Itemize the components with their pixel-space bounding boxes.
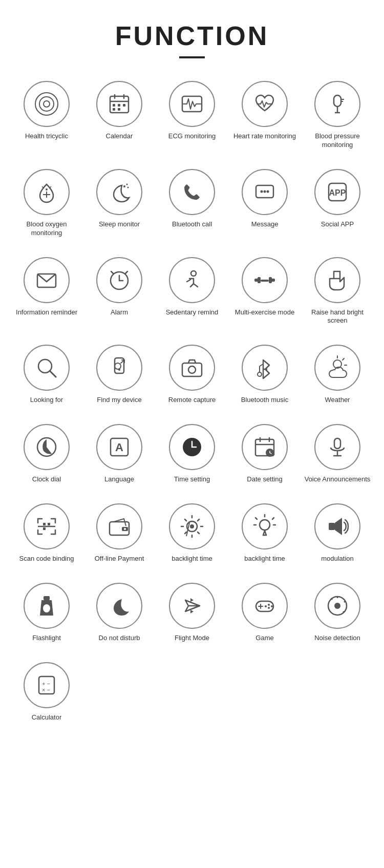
svg-rect-7 bbox=[113, 104, 115, 107]
svg-rect-82 bbox=[43, 527, 46, 530]
feature-label-sedentary: Sedentary remind bbox=[166, 308, 219, 317]
icon-circle-info-reminder bbox=[24, 257, 70, 303]
svg-point-0 bbox=[35, 93, 58, 115]
feature-label-calculator: Calculator bbox=[32, 713, 62, 722]
svg-point-116 bbox=[268, 607, 270, 609]
svg-text:×  −: × − bbox=[42, 687, 50, 693]
svg-line-123 bbox=[344, 601, 345, 602]
icon-circle-noise bbox=[314, 583, 360, 629]
feature-item-social-app: APPSocial APP bbox=[301, 162, 374, 245]
svg-point-122 bbox=[334, 603, 340, 609]
svg-text:+  −: + − bbox=[42, 681, 50, 687]
svg-line-61 bbox=[343, 358, 344, 360]
svg-point-20 bbox=[46, 188, 48, 190]
feature-item-message: Message bbox=[228, 162, 301, 245]
feature-item-language: ALanguage bbox=[83, 417, 156, 491]
svg-point-24 bbox=[126, 183, 128, 185]
feature-item-info-reminder: Information reminder bbox=[10, 250, 83, 333]
icon-circle-backlight1 bbox=[169, 503, 215, 549]
feature-label-multi-exercise: Multi-exercise mode bbox=[235, 308, 294, 317]
feature-item-calculator: + −× −Calculator bbox=[10, 655, 83, 729]
icon-circle-date-setting bbox=[242, 424, 288, 470]
feature-label-flashlight: Flashlight bbox=[32, 634, 61, 643]
icon-circle-multi-exercise bbox=[242, 257, 288, 303]
svg-line-103 bbox=[265, 531, 266, 535]
icon-circle-do-not-disturb bbox=[96, 583, 142, 629]
svg-rect-10 bbox=[113, 108, 115, 111]
feature-label-voice: Voice Announcements bbox=[305, 475, 371, 484]
icon-circle-looking-for bbox=[24, 345, 70, 391]
feature-label-remote-capture: Remote capture bbox=[168, 396, 216, 405]
feature-label-looking-for: Looking for bbox=[30, 396, 63, 405]
icon-circle-bluetooth-call bbox=[169, 169, 215, 215]
svg-marker-106 bbox=[335, 518, 342, 535]
feature-item-bluetooth-music: Bluetooth music bbox=[228, 337, 301, 412]
svg-point-25 bbox=[127, 186, 129, 188]
svg-line-92 bbox=[185, 519, 186, 521]
feature-item-alarm: Alarm bbox=[83, 250, 156, 333]
feature-item-bluetooth-call: Bluetooth call bbox=[156, 162, 228, 245]
svg-rect-9 bbox=[123, 104, 125, 107]
svg-rect-81 bbox=[48, 523, 50, 525]
icon-circle-health-tricyclic bbox=[24, 81, 70, 127]
feature-item-calendar: Calendar bbox=[83, 74, 156, 157]
icon-circle-bluetooth-music bbox=[242, 345, 288, 391]
feature-label-alarm: Alarm bbox=[111, 308, 128, 317]
feature-item-game: Game bbox=[228, 576, 301, 650]
feature-item-flashlight: Flashlight bbox=[10, 576, 83, 650]
svg-rect-76 bbox=[334, 438, 340, 449]
svg-point-87 bbox=[190, 524, 194, 528]
feature-item-health-tricyclic: Health tricyclic bbox=[10, 74, 83, 157]
svg-point-28 bbox=[264, 190, 266, 193]
icon-circle-payment bbox=[96, 503, 142, 549]
icon-circle-sleep bbox=[96, 169, 142, 215]
icon-circle-voice bbox=[314, 424, 360, 470]
svg-point-1 bbox=[39, 97, 54, 111]
icon-circle-heart-rate bbox=[242, 81, 288, 127]
feature-item-blood-pressure: Blood pressure monitoring bbox=[301, 74, 374, 157]
icon-circle-weather bbox=[314, 345, 360, 391]
svg-rect-80 bbox=[43, 523, 46, 525]
feature-label-do-not-disturb: Do not disturb bbox=[99, 634, 140, 643]
svg-point-85 bbox=[124, 528, 126, 530]
feature-item-sleep: Sleep monitor bbox=[83, 162, 156, 245]
feature-item-looking-for: Looking for bbox=[10, 337, 83, 412]
svg-line-94 bbox=[198, 519, 199, 521]
feature-label-flight-mode: Flight Mode bbox=[175, 634, 209, 643]
svg-text:A: A bbox=[115, 441, 123, 454]
icon-circle-remote-capture bbox=[169, 345, 215, 391]
svg-point-114 bbox=[268, 604, 270, 606]
icon-circle-calendar bbox=[96, 81, 142, 127]
feature-label-scan-code: Scan code binding bbox=[19, 555, 74, 563]
feature-item-remote-capture: Remote capture bbox=[156, 337, 228, 412]
icon-circle-language: A bbox=[96, 424, 142, 470]
feature-label-info-reminder: Information reminder bbox=[16, 308, 77, 317]
feature-item-payment: Off-line Payment bbox=[83, 496, 156, 570]
svg-point-115 bbox=[271, 605, 273, 607]
svg-point-2 bbox=[44, 101, 50, 107]
feature-label-backlight1: backlight time bbox=[172, 555, 212, 563]
feature-label-heart-rate: Heart rate monitoring bbox=[233, 132, 296, 141]
feature-label-modulation: modulation bbox=[321, 555, 354, 563]
svg-line-95 bbox=[185, 532, 186, 534]
icon-circle-blood-pressure bbox=[314, 81, 360, 127]
icon-circle-blood-oxygen bbox=[24, 169, 70, 215]
feature-label-bluetooth-call: Bluetooth call bbox=[172, 220, 212, 229]
icon-circle-game bbox=[242, 583, 288, 629]
icon-circle-scan-code bbox=[24, 503, 70, 549]
feature-item-ecg: ECG monitoring bbox=[156, 74, 228, 157]
feature-item-scan-code: Scan code binding bbox=[10, 496, 83, 570]
svg-rect-105 bbox=[329, 523, 335, 530]
feature-label-game: Game bbox=[255, 634, 273, 643]
features-grid: Health tricyclicCalendarECG monitoringHe… bbox=[10, 74, 374, 729]
svg-line-37 bbox=[125, 271, 127, 273]
feature-label-weather: Weather bbox=[325, 396, 350, 405]
feature-label-calendar: Calendar bbox=[106, 132, 133, 141]
icon-circle-calculator: + −× − bbox=[24, 662, 70, 708]
svg-line-36 bbox=[111, 271, 113, 273]
svg-point-29 bbox=[267, 190, 269, 193]
icon-circle-flight-mode bbox=[169, 583, 215, 629]
svg-line-98 bbox=[255, 518, 257, 519]
icon-circle-raise-hand bbox=[314, 257, 360, 303]
svg-rect-53 bbox=[182, 363, 202, 376]
